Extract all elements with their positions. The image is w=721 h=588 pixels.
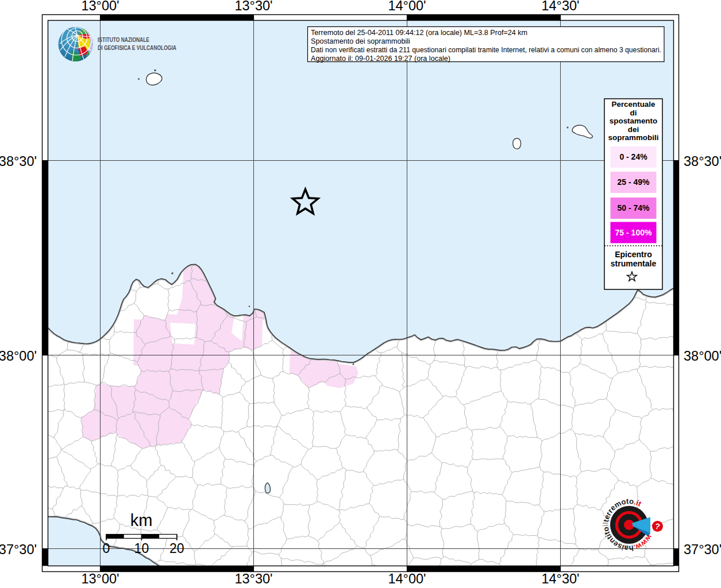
svg-text:soprammobili: soprammobili <box>608 133 659 142</box>
svg-text:ISTITUTO NAZIONALE: ISTITUTO NAZIONALE <box>98 36 149 43</box>
svg-text:38°30': 38°30' <box>684 154 721 169</box>
svg-text:75 - 100%: 75 - 100% <box>615 228 652 237</box>
svg-text:strumentale: strumentale <box>611 259 657 268</box>
svg-text:14°00': 14°00' <box>388 571 426 586</box>
svg-text:37°30': 37°30' <box>684 542 721 557</box>
svg-text:Dati non verificati estratti d: Dati non verificati estratti da 211 ques… <box>311 46 661 54</box>
svg-text:dei: dei <box>628 125 639 134</box>
svg-text:13°00': 13°00' <box>81 0 119 13</box>
svg-text:0 - 24%: 0 - 24% <box>619 152 647 161</box>
svg-text:14°00': 14°00' <box>388 0 426 13</box>
svg-text:14°30': 14°30' <box>541 0 579 13</box>
svg-text:10: 10 <box>134 541 149 556</box>
svg-text:Percentuale: Percentuale <box>612 100 656 109</box>
svg-text:50 - 74%: 50 - 74% <box>617 203 650 212</box>
svg-text:13°00': 13°00' <box>81 571 119 586</box>
svg-text:13°30': 13°30' <box>234 571 272 586</box>
svg-text:14°30': 14°30' <box>541 571 579 586</box>
svg-text:Epicentro: Epicentro <box>615 250 652 259</box>
svg-text:km: km <box>130 511 153 529</box>
svg-text:13°30': 13°30' <box>234 0 272 13</box>
svg-text:38°00': 38°00' <box>0 349 37 363</box>
svg-text:38°00': 38°00' <box>684 349 721 363</box>
svg-text:38°30': 38°30' <box>0 154 37 169</box>
svg-text:DI GEOFISICA E VULCANOLOGIA: DI GEOFISICA E VULCANOLOGIA <box>98 44 176 51</box>
svg-text:di: di <box>630 109 637 117</box>
svg-text:spostamento: spostamento <box>610 117 657 125</box>
svg-text:Aggiornato il: 09-01-2026 19:2: Aggiornato il: 09-01-2026 19:27 (ora loc… <box>311 55 450 63</box>
svg-text:25 - 49%: 25 - 49% <box>617 177 650 187</box>
svg-text:37°30': 37°30' <box>0 542 37 557</box>
svg-text:20: 20 <box>169 541 184 556</box>
svg-text:Spostamento dei soprammobili: Spostamento dei soprammobili <box>311 37 410 45</box>
svg-text:0: 0 <box>103 541 110 556</box>
svg-text:Terremoto del 25-04-2011 09:44: Terremoto del 25-04-2011 09:44:12 (ora l… <box>311 29 527 37</box>
